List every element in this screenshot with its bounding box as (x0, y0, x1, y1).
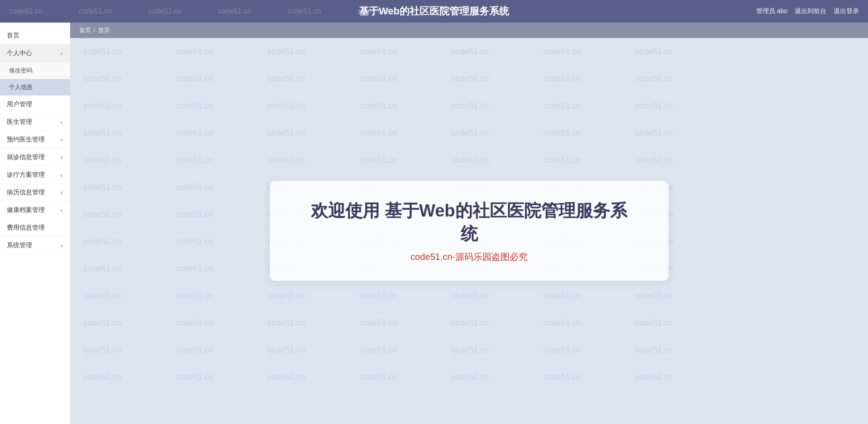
welcome-box: 欢迎使用 基于Web的社区医院管理服务系统 code51.cn-源码乐园盗图必究 (270, 181, 669, 281)
chevron-down-icon-7: ∨ (60, 243, 63, 249)
back-to-frontend-button[interactable]: 退出到前台 (795, 7, 826, 15)
sidebar-home-label: 首页 (7, 32, 19, 40)
chevron-down-icon-2: ∨ (60, 137, 63, 143)
breadcrumb-home[interactable]: 首页 (79, 26, 91, 34)
sidebar-item-fee-management[interactable]: 费用信息管理 (0, 219, 70, 237)
sidebar-item-doctor-management[interactable]: 医生管理 ∨ (0, 113, 70, 131)
layout: 首页 个人中心 ∧ 修改密码 个人信息 用户管理 医生管理 ∨ 预约医生管理 ∨… (0, 23, 868, 424)
logout-button[interactable]: 退出登录 (834, 7, 859, 15)
sidebar-item-health-record-management[interactable]: 健康档案管理 ∨ (0, 202, 70, 219)
sidebar-item-home[interactable]: 首页 (0, 27, 70, 45)
system-title: 基于Web的社区医院管理服务系统 (359, 5, 509, 18)
sidebar-sub-personal-info[interactable]: 个人信息 (0, 79, 70, 96)
sidebar-item-system-management[interactable]: 系统管理 ∨ (0, 237, 70, 254)
sidebar-item-appointment-management[interactable]: 预约医生管理 ∨ (0, 131, 70, 149)
chevron-down-icon-5: ∨ (60, 190, 63, 196)
sidebar-item-medical-record-management[interactable]: 病历信息管理 ∨ (0, 184, 70, 202)
sidebar-sub-change-password[interactable]: 修改密码 (0, 62, 70, 79)
content-area: code51.cn code51.cn code51.cn code51.cn … (70, 38, 868, 424)
chevron-down-icon: ∨ (60, 119, 63, 125)
admin-label: 管理员 abo (756, 7, 787, 15)
sidebar-item-visit-management[interactable]: 就诊信息管理 ∨ (0, 149, 70, 166)
header: code51.cn code51.cn code51.cn code51.cn … (0, 0, 868, 23)
breadcrumb-current: 首页 (98, 26, 110, 34)
chevron-down-icon-6: ∨ (60, 207, 63, 213)
breadcrumb: 首页 / 首页 (70, 23, 868, 38)
breadcrumb-separator: / (94, 27, 95, 34)
chevron-down-icon-3: ∨ (60, 155, 63, 160)
main-content: 首页 / 首页 code51.cn code51.cn code51.cn co… (70, 23, 868, 424)
chevron-down-icon-4: ∨ (60, 172, 63, 178)
chevron-up-icon: ∧ (60, 51, 63, 57)
sidebar: 首页 个人中心 ∧ 修改密码 个人信息 用户管理 医生管理 ∨ 预约医生管理 ∨… (0, 23, 70, 424)
sidebar-item-user-management[interactable]: 用户管理 (0, 96, 70, 113)
welcome-title: 欢迎使用 基于Web的社区医院管理服务系统 (306, 199, 633, 245)
welcome-subtitle: code51.cn-源码乐园盗图必究 (306, 251, 633, 263)
header-actions: 管理员 abo 退出到前台 退出登录 (756, 7, 859, 15)
sidebar-item-treatment-management[interactable]: 诊疗方案管理 ∨ (0, 166, 70, 184)
sidebar-item-personal-center[interactable]: 个人中心 ∧ (0, 45, 70, 62)
